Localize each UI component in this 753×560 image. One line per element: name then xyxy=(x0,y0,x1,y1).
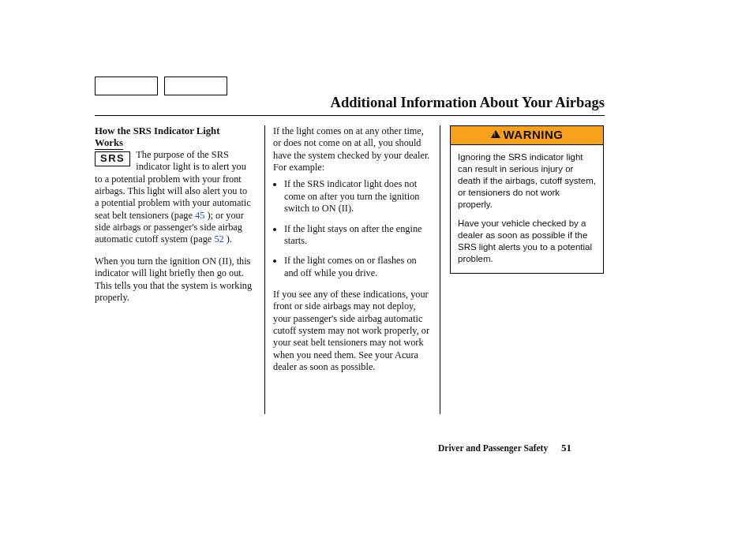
list-item: If the SRS indicator light does not come… xyxy=(284,178,430,215)
warning-label: WARNING xyxy=(504,128,564,141)
column-2: If the light comes on at any other time,… xyxy=(265,125,440,414)
bullet-list: If the SRS indicator light does not come… xyxy=(273,178,430,279)
warning-triangle-icon xyxy=(491,130,500,138)
section-heading-line1: How the SRS Indicator Light xyxy=(95,125,219,136)
list-item: If the light comes on or flashes on and … xyxy=(284,255,430,279)
section-heading-line2: Works xyxy=(95,137,123,150)
footer-section-title: Driver and Passenger Safety xyxy=(438,443,548,453)
page-link-45[interactable]: 45 xyxy=(195,210,204,221)
content-columns: How the SRS Indicator Light Works SRS Th… xyxy=(95,125,605,414)
column-1: How the SRS Indicator Light Works SRS Th… xyxy=(95,125,265,414)
warning-body: Ignoring the SRS indicator light can res… xyxy=(451,145,603,273)
top-nav-placeholders xyxy=(95,77,227,95)
section-heading: How the SRS Indicator Light Works xyxy=(95,125,253,149)
srs-indicator-icon: SRS xyxy=(95,151,130,166)
page-link-52[interactable]: 52 xyxy=(214,233,223,245)
paragraph: If the light comes on at any other time,… xyxy=(273,125,430,174)
nav-box-2[interactable] xyxy=(164,77,227,95)
paragraph: When you turn the ignition ON (II), this… xyxy=(95,256,253,304)
nav-box-1[interactable] xyxy=(95,77,158,95)
manual-page: Additional Information About Your Airbag… xyxy=(0,0,753,560)
page-footer: Driver and Passenger Safety 51 xyxy=(438,442,571,454)
page-title: Additional Information About Your Airbag… xyxy=(331,95,605,111)
warning-text: Ignoring the SRS indicator light can res… xyxy=(458,151,596,211)
footer-page-number: 51 xyxy=(561,442,571,454)
warning-box: WARNING Ignoring the SRS indicator light… xyxy=(450,125,604,274)
list-item: If the light stays on after the engine s… xyxy=(284,223,430,248)
paragraph: SRS The purpose of the SRS indicator lig… xyxy=(95,149,253,246)
warning-header: WARNING xyxy=(451,126,603,145)
paragraph: If you see any of these indications, you… xyxy=(273,289,430,374)
column-3: WARNING Ignoring the SRS indicator light… xyxy=(440,125,603,414)
text-run: ). xyxy=(224,233,232,245)
warning-text: Have your vehicle checked by a dealer as… xyxy=(458,218,596,265)
title-rule xyxy=(95,115,605,116)
